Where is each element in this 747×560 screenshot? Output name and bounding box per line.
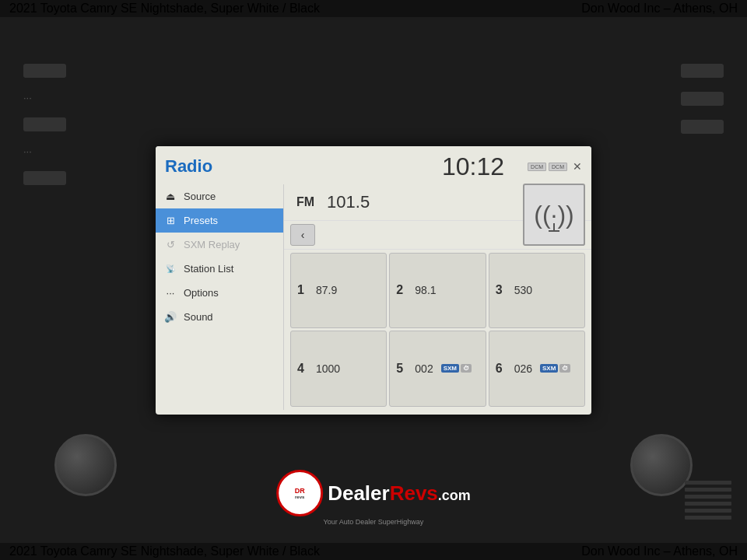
top-bar: 2021 Toyota Camry SE Nightshade, Super W… [0, 0, 747, 17]
dealer-revs-subtitle: Your Auto Dealer SuperHighway [324, 518, 424, 526]
fm-label: FM [296, 195, 314, 209]
preset-5-tags: SXM ⏱ [441, 364, 472, 373]
preset-4-number: 4 [297, 362, 310, 376]
left-btn-3[interactable] [23, 171, 66, 185]
preset-2-value: 98.1 [415, 284, 436, 296]
nav-sound-label: Sound [184, 311, 213, 323]
preset-4-button[interactable]: 4 1000 [290, 331, 387, 407]
left-btn-2[interactable] [23, 117, 66, 131]
tuning-knob[interactable] [630, 434, 693, 496]
preset-1-value: 87.9 [316, 284, 337, 296]
nav-presets[interactable]: ⊞ Presets [156, 208, 283, 233]
preset-5-number: 5 [396, 362, 409, 376]
bottom-bar: 2021 Toyota Camry SE Nightshade, Super W… [0, 543, 747, 560]
close-x-icon[interactable]: ✕ [573, 160, 582, 173]
dcm-icon-2: DCM [549, 163, 567, 171]
preset-6-number: 6 [496, 362, 508, 376]
fm-display: FM 101.5 ((·)) [284, 184, 591, 221]
nav-sxm-replay-label: SXM Replay [184, 239, 240, 250]
car-background: ··· ··· Radio 10:12 DCM DCM ✕ ⏏ Source [0, 17, 747, 543]
nav-sound[interactable]: 🔊 Sound [156, 305, 283, 329]
dealer-revs-text: DealerRevs.com [328, 481, 471, 506]
screen-time: 10:12 [442, 152, 504, 181]
right-btn-3[interactable] [681, 120, 724, 134]
preset-1-button[interactable]: 1 87.9 [290, 253, 387, 329]
preset-5-clock-tag: ⏱ [461, 364, 472, 373]
source-icon: ⏏ [163, 191, 177, 202]
left-btn-1[interactable] [23, 64, 66, 78]
nav-station-list-label: Station List [184, 263, 233, 275]
preset-5-sxm-tag: SXM [441, 364, 459, 373]
nav-station-list[interactable]: 📡 Station List [156, 257, 283, 281]
antenna-icon-box: ((·)) [523, 184, 585, 246]
preset-3-value: 530 [514, 284, 532, 296]
preset-6-clock-tag: ⏱ [559, 364, 570, 373]
preset-3-button[interactable]: 3 530 [489, 253, 585, 329]
top-bar-dealer: Don Wood Inc – Athens, OH [581, 2, 738, 16]
preset-1-number: 1 [297, 283, 310, 297]
fm-frequency: 101.5 [327, 192, 370, 212]
nav-source[interactable]: ⏏ Source [156, 184, 283, 208]
preset-2-button[interactable]: 2 98.1 [389, 253, 486, 329]
preset-6-button[interactable]: 6 026 SXM ⏱ [489, 331, 585, 407]
options-icon: ··· [163, 287, 177, 299]
preset-6-tags: SXM ⏱ [540, 364, 570, 373]
content-panel: FM 101.5 ((·)) [284, 184, 591, 410]
preset-6-sxm-tag: SXM [540, 364, 558, 373]
preset-5-button[interactable]: 5 002 SXM ⏱ [389, 331, 486, 407]
nav-source-label: Source [184, 191, 216, 202]
dealer-revs-logo-area: DR revs DealerRevs.com Your Auto Dealer … [276, 470, 471, 526]
station-list-icon: 📡 [163, 264, 177, 273]
bottom-bar-dealer: Don Wood Inc – Athens, OH [581, 544, 738, 558]
top-bar-title: 2021 Toyota Camry SE Nightshade, Super W… [9, 2, 320, 16]
preset-4-value: 1000 [316, 362, 340, 375]
chevron-left-icon: ‹ [301, 229, 305, 241]
nav-panel: ⏏ Source ⊞ Presets ↺ SXM Replay 📡 Statio… [156, 184, 284, 410]
antenna-svg: ((·)) [533, 194, 575, 236]
right-controls [681, 64, 724, 134]
screen-title: Radio [165, 156, 212, 177]
nav-options-label: Options [184, 287, 219, 299]
nav-options[interactable]: ··· Options [156, 281, 283, 305]
left-dots-1: ··· [23, 92, 66, 103]
nav-sxm-replay: ↺ SXM Replay [156, 233, 283, 257]
preset-3-number: 3 [496, 283, 508, 297]
sound-icon: 🔊 [163, 311, 177, 323]
preset-2-number: 2 [396, 283, 409, 297]
left-controls: ··· ··· [23, 64, 66, 185]
sxm-replay-icon: ↺ [163, 239, 177, 250]
preset-5-value: 002 [415, 362, 433, 375]
right-decoration [685, 481, 731, 520]
left-dots-2: ··· [23, 145, 66, 157]
screen-body: ⏏ Source ⊞ Presets ↺ SXM Replay 📡 Statio… [156, 184, 591, 410]
volume-knob[interactable] [54, 434, 117, 496]
infotainment-screen: Radio 10:12 DCM DCM ✕ ⏏ Source ⊞ Presets [156, 146, 591, 415]
dcm-icon-1: DCM [528, 163, 546, 171]
preset-6-value: 026 [514, 362, 532, 375]
dealer-revs-circle: DR revs [276, 470, 323, 516]
bottom-bar-title: 2021 Toyota Camry SE Nightshade, Super W… [9, 544, 320, 558]
right-btn-2[interactable] [681, 92, 724, 106]
screen-status-icons: DCM DCM ✕ [528, 160, 582, 173]
nav-presets-label: Presets [184, 215, 218, 226]
right-btn-1[interactable] [681, 64, 724, 78]
screen-header: Radio 10:12 DCM DCM ✕ [156, 146, 591, 184]
presets-icon: ⊞ [163, 215, 177, 226]
presets-grid: 1 87.9 2 98.1 3 530 4 [284, 250, 591, 410]
station-prev-button[interactable]: ‹ [290, 224, 315, 246]
